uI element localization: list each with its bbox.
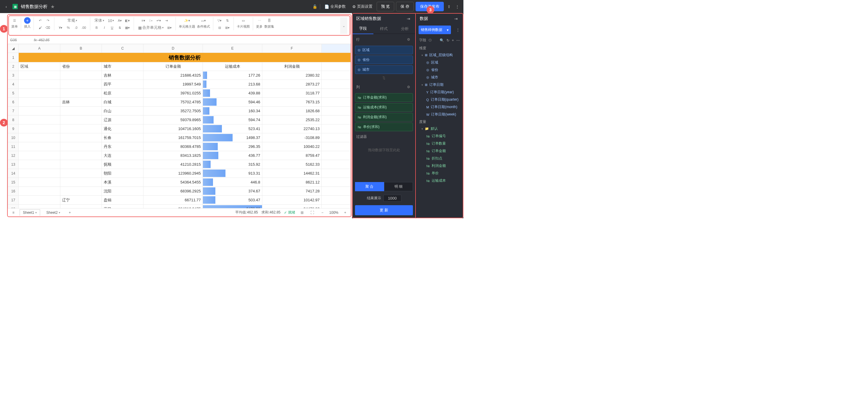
col-header[interactable]: C [102, 44, 144, 53]
cond-format-group[interactable]: ⚏▾ 条件格式 [197, 17, 210, 29]
format-painter-icon[interactable]: 🖌 [37, 24, 43, 31]
filter-drop-zone[interactable]: 拖动数据字段至此处 [352, 142, 415, 159]
row-header[interactable]: 1 [8, 53, 19, 62]
panel-collapse-icon[interactable]: ⇥ [453, 15, 459, 22]
col-header[interactable]: D [144, 44, 203, 53]
table-row[interactable]: 14 朝阳 123960.2945 913.31 14462.31 [8, 169, 351, 178]
row-header[interactable]: 7 [8, 106, 19, 116]
table-row[interactable]: 7 白山 35272.7505 160.34 1826.68 [8, 106, 351, 116]
tree-node[interactable]: ▾⊞区域_层级结构 [416, 51, 463, 59]
tab-analysis[interactable]: 分析 [395, 24, 415, 34]
col-header[interactable]: F [262, 44, 322, 53]
row-header[interactable]: 10 [8, 133, 19, 142]
theme-icon[interactable]: ✨▾ [184, 17, 190, 24]
tree-node[interactable]: ▾⊞订单日期 [416, 81, 463, 89]
save-button[interactable]: 保 存 [396, 2, 414, 11]
dataset-group[interactable]: 🗄 数据集 [265, 17, 274, 29]
redo-icon[interactable]: ↷ [44, 17, 51, 24]
font-family-dropdown[interactable]: 宋体 ▾ [93, 17, 105, 24]
add-field-icon[interactable]: + [452, 38, 454, 42]
merge-cells-dropdown[interactable]: ▦ 合并单元格 ▾ [137, 24, 165, 31]
swap-icon[interactable]: ⇅ [352, 74, 415, 81]
row-field-pill[interactable]: ◎城市 [355, 65, 413, 74]
col-header[interactable]: E [203, 44, 262, 53]
tree-leaf[interactable]: №利润金额 [416, 162, 463, 169]
table-row[interactable]: 16 沈阳 68396.2925 374.67 7417.28 [8, 187, 351, 196]
row-header[interactable]: 2 [8, 62, 19, 71]
row-header[interactable]: 18 [8, 205, 19, 209]
percent-icon[interactable]: % [65, 24, 71, 31]
tree-leaf[interactable]: №运输成本 [416, 177, 463, 184]
tab-fields[interactable]: 字段 [352, 24, 373, 34]
col-field-pill[interactable]: №利润金额(求和) [355, 113, 413, 121]
add-sheet-icon[interactable]: + [66, 209, 73, 216]
zoom-out-icon[interactable]: − [319, 209, 326, 216]
table-row[interactable]: 4 四平 19997.549 213.68 2873.27 [8, 80, 351, 89]
row-field-pill[interactable]: ◎省份 [355, 56, 413, 64]
tree-leaf[interactable]: M订单日期(month) [416, 103, 463, 111]
cond-format-icon[interactable]: ⚏▾ [200, 17, 207, 24]
row-field-pill[interactable]: ◎区域 [355, 46, 413, 54]
refresh-icon[interactable]: ↻ [446, 38, 450, 42]
dec-dec-icon[interactable]: .00 [81, 24, 87, 31]
favorite-icon[interactable]: ★ [51, 4, 55, 9]
result-limit-input[interactable] [383, 195, 401, 201]
tree-leaf[interactable]: ◎区域 [416, 59, 463, 66]
global-params-link[interactable]: 📄 全局参数 [322, 3, 348, 10]
title-cell[interactable]: 销售数据分析 [19, 53, 351, 62]
dataset-icon[interactable]: 🗄 [266, 17, 273, 24]
more-group[interactable]: ⋯ 更多 [256, 17, 262, 29]
fullscreen-icon[interactable]: ⛶ [309, 209, 315, 216]
table-row[interactable]: 6 吉林 白城 75702.4785 594.46 7673.15 [8, 98, 351, 106]
row-header[interactable]: 9 [8, 124, 19, 133]
dec-inc-icon[interactable]: .0 [73, 24, 79, 31]
more-menu-icon[interactable]: ⋮ [454, 3, 460, 10]
grid-toggle-icon[interactable]: ⊞ [299, 209, 305, 216]
more-icon[interactable]: ⋯ [456, 38, 460, 42]
col-header[interactable]: A [19, 44, 60, 53]
sheet-tab[interactable]: Sheet2 ▾ [43, 209, 64, 216]
tree-leaf[interactable]: Y订单日期(year) [416, 89, 463, 96]
filter-icon[interactable]: ▽▾ [216, 17, 223, 24]
toolbar-expand-icon[interactable]: ⌄ [340, 17, 347, 34]
update-button[interactable]: 更 新 [355, 205, 413, 215]
hamburger-icon[interactable]: ☰ [11, 17, 18, 24]
text-color-icon[interactable]: A▾ [117, 17, 123, 24]
tab-style[interactable]: 样式 [373, 24, 394, 34]
col-width-icon[interactable]: ⊞▾ [224, 24, 230, 31]
row-header[interactable]: 3 [8, 71, 19, 80]
row-header[interactable]: 14 [8, 169, 19, 178]
spreadsheet-grid[interactable]: ◢ A B C D E F 1销售数据分析 2 区域 省份 城市 订单金 [8, 44, 351, 208]
row-header[interactable]: 17 [8, 196, 19, 205]
menu-group[interactable]: ☰ 菜单 [11, 17, 18, 29]
card-view-group[interactable]: ▭ 卡片视图 [237, 17, 250, 29]
table-row[interactable]: 8 辽源 59379.8965 594.74 2535.22 [8, 116, 351, 124]
cell-reference[interactable]: G36 [10, 38, 28, 42]
row-header[interactable]: 8 [8, 116, 19, 124]
eraser-icon[interactable]: ⌫ [44, 24, 51, 31]
number-format-dropdown[interactable]: 常规 ▾ [66, 17, 79, 24]
sort-icon[interactable]: ⇅ [224, 17, 230, 24]
undo-icon[interactable]: ↶ [37, 17, 43, 24]
tree-node[interactable]: ▾📁默认 [416, 125, 463, 132]
table-row[interactable]: 15 本溪 54364.5455 446.8 8621.12 [8, 178, 351, 187]
table-row[interactable]: 12 大连 83413.1825 436.77 8759.47 [8, 151, 351, 160]
table-row[interactable]: 13 抚顺 41210.2815 315.92 5162.33 [8, 160, 351, 169]
card-view-icon[interactable]: ▭ [240, 17, 247, 24]
table-row[interactable]: 10 长春 161759.7015 1498.37 -3108.89 [8, 133, 351, 142]
wrap-icon[interactable]: ↵▾ [155, 17, 162, 24]
border-icon[interactable]: ▦▾ [124, 24, 131, 31]
table-row[interactable]: 11 丹东 80369.4785 296.35 10040.22 [8, 142, 351, 151]
select-all-corner[interactable]: ◢ [8, 44, 19, 53]
table-row[interactable]: 17 辽宁 盘锦 66711.77 503.47 10142.97 [8, 196, 351, 205]
tree-leaf[interactable]: №订单数量 [416, 140, 463, 147]
table-row[interactable]: 3 吉林 21686.4325 177.26 2380.32 [8, 71, 351, 80]
tree-leaf[interactable]: №单价 [416, 169, 463, 177]
col-header[interactable]: B [60, 44, 102, 53]
strike-icon[interactable]: S̶ [117, 24, 123, 31]
lock-icon[interactable]: 🔓 [312, 3, 318, 10]
insert-plus-icon[interactable]: + [24, 17, 31, 24]
tree-leaf[interactable]: W订单日期(week) [416, 111, 463, 118]
zoom-level[interactable]: 100% [329, 211, 338, 215]
col-field-pill[interactable]: №订单金额(求和) [355, 93, 413, 102]
